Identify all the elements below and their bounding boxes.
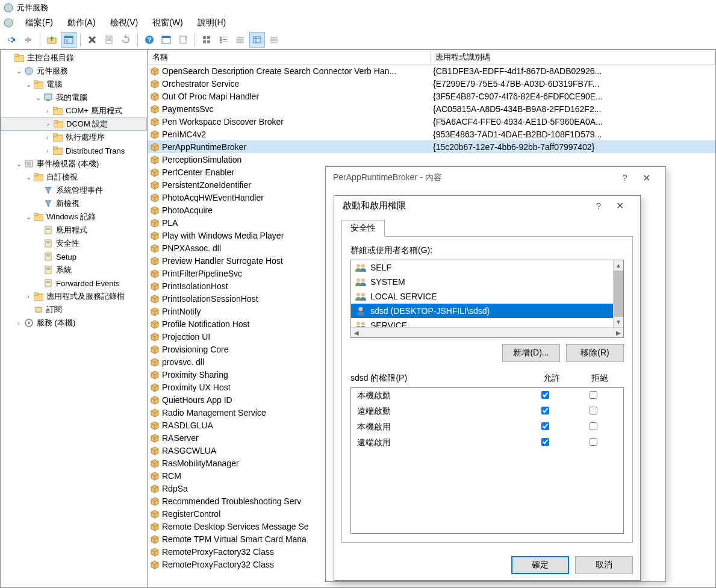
help-icon[interactable]: ? [616,169,634,187]
tree-setup-log[interactable]: Setup [1,250,147,263]
tree-custom-views[interactable]: ⌄ 自訂檢視 [1,170,147,184]
toggle-icon[interactable]: › [23,293,33,300]
tree-services[interactable]: › 服務 (本機) [1,316,147,330]
list-row[interactable]: Orchestrator Service{E7299E79-75E5-47BB-… [148,77,715,90]
scroll-right-icon[interactable]: ▶ [613,328,623,337]
toggle-icon[interactable]: ⌄ [23,213,33,221]
tree-application-log[interactable]: 應用程式 [1,224,147,237]
ok-button[interactable]: 確定 [511,556,569,574]
user-row[interactable]: SELF [351,260,623,275]
list-row[interactable]: PerAppRuntimeBroker{15c20b67-12e7-4bb6-9… [148,140,715,153]
properties-button[interactable] [101,32,117,48]
new-window-button[interactable] [158,32,174,48]
menu-action[interactable]: 動作(A) [61,16,102,30]
tree-subscriptions[interactable]: 訂閱 [1,303,147,316]
row-id: {AC05815A-A8D5-434B-B9A8-2FFD162F2... [431,104,715,114]
toggle-icon[interactable]: ⌄ [33,94,43,102]
dialog-titlebar[interactable]: PerAppRuntimeBroker - 內容 ? ✕ [326,167,665,189]
horizontal-scrollbar[interactable]: ◀ ▶ [351,327,623,337]
help-button[interactable]: ? [142,32,157,48]
list-row[interactable]: Pen Workspace Discover Broker{F5A6ACF4-F… [148,115,715,128]
tree-new-view[interactable]: 新檢視 [1,197,147,210]
column-appid[interactable]: 應用程式識別碼 [431,50,715,64]
dialog-titlebar[interactable]: 啟動和啟用權限 ? ✕ [334,196,640,215]
tree-component-services[interactable]: ⌄ 元件服務 [1,64,147,78]
allow-checkbox[interactable] [541,438,549,446]
toggle-icon[interactable]: › [43,147,52,154]
list-row[interactable]: OpenSearch Description Create Search Con… [148,64,715,77]
allow-checkbox[interactable] [541,422,549,430]
deny-checkbox[interactable] [590,438,597,446]
vertical-scrollbar[interactable]: ▲ ▼ [613,260,623,327]
user-row[interactable]: sdsd (DESKTOP-JSHFILI\sdsd) [351,304,623,318]
scroll-down-icon[interactable]: ▼ [614,317,623,327]
row-name: Pen Workspace Discover Broker [162,117,284,127]
nav-forward-button[interactable] [20,32,36,48]
svg-rect-23 [220,42,222,43]
tree-dcom-config[interactable]: › DCOM 設定 [1,117,147,131]
toggle-icon[interactable]: › [43,120,53,128]
user-list[interactable]: SELFSYSTEMLOCAL SERVICEsdsd (DESKTOP-JSH… [350,260,624,338]
close-icon[interactable]: ✕ [608,196,632,214]
scroll-up-icon[interactable]: ▲ [614,260,623,271]
user-row[interactable]: SYSTEM [351,275,623,289]
view-small-button[interactable] [216,32,231,48]
view-large-button[interactable] [199,32,214,48]
up-folder-button[interactable] [44,32,60,48]
help-icon[interactable]: ? [590,196,608,214]
menu-view[interactable]: 檢視(V) [104,16,145,30]
tree-com-apps[interactable]: › COM+ 應用程式 [1,104,147,117]
tree-admin-events[interactable]: 系統管理事件 [1,184,147,197]
menu-help[interactable]: 說明(H) [191,16,232,30]
scroll-left-icon[interactable]: ◀ [351,328,361,337]
remove-button[interactable]: 移除(R) [566,344,624,362]
deny-checkbox[interactable] [590,422,597,430]
permission-row: 本機啟用 [351,419,623,435]
tree-distributed-trans[interactable]: › Distributed Trans [1,144,147,157]
list-row[interactable]: Out Of Proc Mapi Handler{3F5E4B87-C907-4… [148,90,715,102]
toggle-icon[interactable]: ⌄ [14,67,23,75]
toggle-icon[interactable]: ⌄ [14,160,23,168]
tree-my-computer[interactable]: ⌄ 我的電腦 [1,91,147,104]
cancel-button[interactable]: 取消 [575,556,633,574]
column-name[interactable]: 名稱 [148,50,431,64]
deny-checkbox[interactable] [590,407,597,414]
add-button[interactable]: 新增(D)... [502,344,560,362]
tree-windows-logs[interactable]: ⌄ Windows 記錄 [1,210,147,224]
refresh-button[interactable] [118,32,134,48]
toggle-icon[interactable]: ⌄ [23,174,33,181]
tree-security-log[interactable]: 安全性 [1,237,147,250]
close-icon[interactable]: ✕ [634,169,658,187]
toggle-icon[interactable]: › [43,134,52,141]
toggle-icon[interactable]: › [14,319,23,327]
tree-event-viewer[interactable]: ⌄ 事件檢視器 (本機) [1,157,147,170]
allow-checkbox[interactable] [541,391,549,399]
menu-window[interactable]: 視窗(W) [146,16,189,30]
tree-app-service-logs[interactable]: › 應用程式及服務記錄檔 [1,290,147,303]
list-row[interactable]: PerceptionSimulation [148,153,715,166]
tree-system-log[interactable]: 系統 [1,263,147,277]
export-button[interactable] [175,32,191,48]
show-console-button[interactable] [61,32,76,48]
user-row[interactable]: SERVICE [351,318,623,327]
list-row[interactable]: PaymentsSvc{AC05815A-A8D5-434B-B9A8-2FFD… [148,102,715,115]
delete-button[interactable] [84,32,100,48]
toggle-icon[interactable]: › [43,107,52,114]
user-row[interactable]: LOCAL SERVICE [351,289,623,304]
view-details-button[interactable] [249,32,265,48]
tab-security[interactable]: 安全性 [341,220,385,237]
view-tiles-button[interactable] [266,32,282,48]
svg-rect-34 [270,37,278,39]
tree-computers[interactable]: ⌄ 電腦 [1,78,147,91]
tree-running-processes[interactable]: › 執行處理序 [1,131,147,144]
deny-checkbox[interactable] [590,391,597,399]
tree-forwarded-log[interactable]: Forwarded Events [1,277,147,290]
list-row[interactable]: PenIMC4v2{953E4863-7AD1-4DAE-B2BD-108F1D… [148,128,715,140]
tree-root[interactable]: 主控台根目錄 [1,51,147,64]
row-name: PersistentZoneIdentifier [162,180,251,190]
view-list-button[interactable] [232,32,248,48]
menu-file[interactable]: 檔案(F) [19,16,59,30]
allow-checkbox[interactable] [541,407,549,414]
nav-back-button[interactable] [4,32,19,48]
toggle-icon[interactable]: ⌄ [23,81,33,89]
